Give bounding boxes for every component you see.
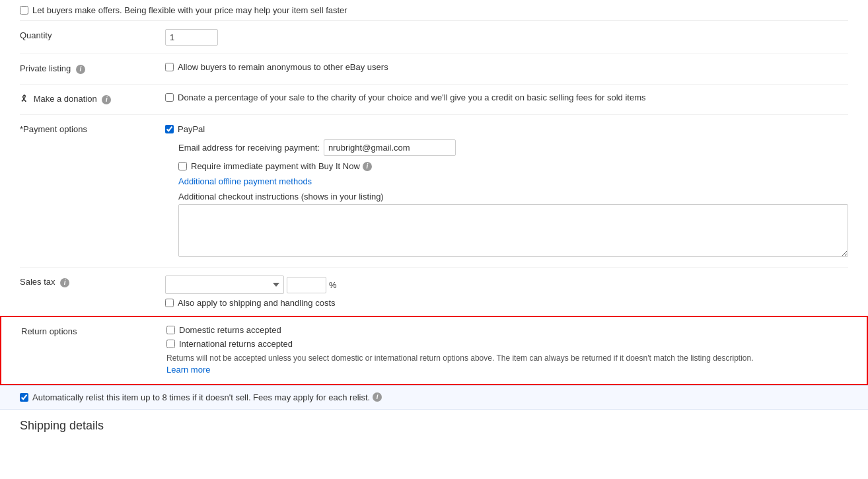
make-donation-info-icon[interactable]: i [102, 95, 111, 104]
international-returns-checkbox[interactable] [166, 340, 175, 348]
paypal-section: PayPal Email address for receiving payme… [165, 124, 848, 259]
return-note: Returns will not be accepted unless you … [166, 353, 847, 376]
make-donation-row: 🎗 Make a donation i Donate a percentage … [20, 85, 848, 115]
private-listing-content: Allow buyers to remain anonymous to othe… [165, 62, 848, 76]
immediate-payment-checkbox[interactable] [178, 162, 187, 170]
shipping-details-title: Shipping details [20, 419, 848, 433]
additional-offline-link[interactable]: Additional offline payment methods [178, 176, 312, 186]
paypal-checkbox-row: PayPal [165, 124, 848, 134]
return-options-content: Domestic returns accepted International … [166, 325, 847, 376]
shipping-tax-row: Also apply to shipping and handling cost… [165, 298, 848, 308]
auto-relist-label: Automatically relist this item up to 8 t… [32, 392, 370, 402]
ribbon-icon: 🎗 [20, 94, 28, 104]
domestic-returns-checkbox[interactable] [166, 326, 175, 334]
top-offer-row: Let buyers make offers. Being flexible w… [0, 0, 868, 20]
make-donation-content: Donate a percentage of your sale to the … [165, 92, 848, 106]
private-listing-label: Private listing i [20, 62, 165, 74]
payment-options-row: *Payment options PayPal Email address fo… [20, 115, 848, 268]
immediate-payment-label: Require immediate payment with Buy It No… [191, 161, 360, 171]
make-donation-checkbox-row: Donate a percentage of your sale to the … [165, 92, 848, 102]
sales-tax-info-icon[interactable]: i [60, 278, 69, 287]
return-note-text: Returns will not be accepted unless you … [166, 353, 754, 363]
return-options-box: Return options Domestic returns accepted… [0, 316, 868, 385]
email-input[interactable] [324, 139, 456, 156]
return-options-inner: Return options Domestic returns accepted… [1, 317, 867, 384]
make-donation-label: 🎗 Make a donation i [20, 92, 165, 104]
email-address-label: Email address for receiving payment: [178, 143, 320, 153]
auto-relist-info-icon[interactable]: i [373, 392, 382, 402]
auto-relist-row: Automatically relist this item up to 8 t… [0, 385, 868, 410]
paypal-label: PayPal [178, 124, 205, 134]
quantity-content [165, 29, 848, 46]
international-returns-row: International returns accepted [166, 339, 847, 349]
offer-checkbox[interactable] [20, 6, 28, 15]
private-listing-row: Private listing i Allow buyers to remain… [20, 54, 848, 85]
international-returns-label: International returns accepted [179, 339, 293, 349]
private-listing-info-icon[interactable]: i [76, 65, 85, 74]
checkout-instructions-label: Additional checkout instructions (shows … [178, 192, 848, 202]
private-listing-checkbox[interactable] [165, 63, 174, 71]
sales-tax-content: % Also apply to shipping and handling co… [165, 276, 848, 308]
checkout-textarea[interactable] [178, 204, 848, 257]
private-listing-checkbox-label: Allow buyers to remain anonymous to othe… [178, 62, 388, 72]
email-row: Email address for receiving payment: [178, 139, 848, 156]
percent-symbol: % [329, 280, 337, 290]
offer-label: Let buyers make offers. Being flexible w… [32, 5, 347, 15]
quantity-label: Quantity [20, 29, 165, 40]
private-listing-checkbox-row: Allow buyers to remain anonymous to othe… [165, 62, 848, 72]
payment-options-label: *Payment options [20, 123, 165, 134]
sales-tax-row: Sales tax i % Also apply to shipping and… [20, 268, 848, 316]
make-donation-checkbox[interactable] [165, 93, 174, 102]
immediate-payment-info-icon[interactable]: i [363, 162, 372, 171]
sales-tax-controls-row: % [165, 276, 848, 294]
sales-tax-select[interactable] [165, 276, 284, 294]
auto-relist-checkbox[interactable] [20, 393, 28, 402]
form-section: Quantity Private listing i Allow buyers … [0, 21, 868, 316]
page: Let buyers make offers. Being flexible w… [0, 0, 868, 479]
paypal-checkbox[interactable] [165, 125, 174, 133]
domestic-returns-label: Domestic returns accepted [179, 325, 281, 335]
shipping-tax-label: Also apply to shipping and handling cost… [178, 298, 336, 308]
shipping-tax-checkbox[interactable] [165, 299, 174, 307]
domestic-returns-row: Domestic returns accepted [166, 325, 847, 335]
payment-options-content: PayPal Email address for receiving payme… [165, 123, 848, 259]
return-options-label: Return options [21, 325, 166, 336]
quantity-input[interactable] [165, 29, 218, 46]
immediate-payment-row: Require immediate payment with Buy It No… [178, 161, 848, 171]
sales-tax-label: Sales tax i [20, 276, 165, 287]
make-donation-checkbox-label: Donate a percentage of your sale to the … [178, 92, 645, 102]
quantity-row: Quantity [20, 21, 848, 54]
additional-payment-row: Additional offline payment methods [178, 176, 848, 186]
shipping-details-section: Shipping details [0, 410, 868, 437]
learn-more-link[interactable]: Learn more [166, 365, 210, 375]
tax-percent-input[interactable] [287, 277, 326, 293]
